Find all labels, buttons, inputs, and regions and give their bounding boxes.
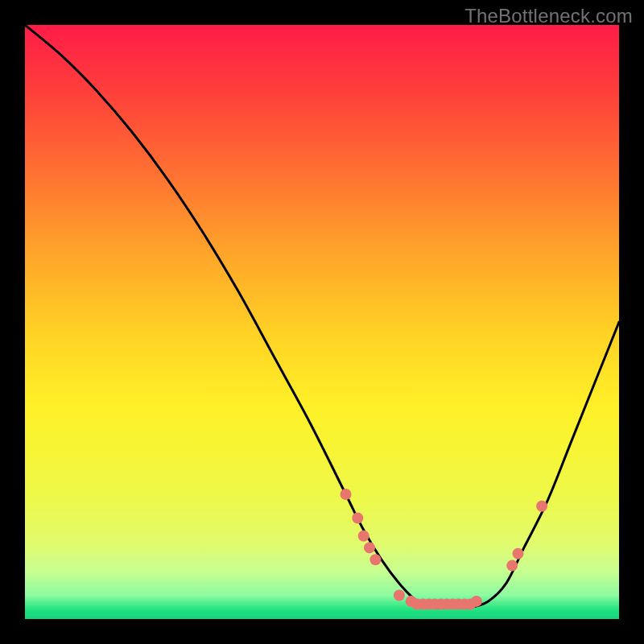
curve-dot bbox=[358, 530, 369, 542]
curve-svg bbox=[25, 25, 619, 619]
curve-dot bbox=[536, 501, 547, 512]
curve-dot bbox=[352, 513, 363, 524]
curve-dot bbox=[471, 596, 482, 607]
plot-area bbox=[25, 25, 619, 619]
curve-dot bbox=[394, 590, 405, 601]
curve-marker-dots bbox=[341, 489, 548, 610]
app-frame: TheBottleneck.com bbox=[0, 0, 644, 644]
curve-dot bbox=[506, 560, 518, 572]
curve-dot bbox=[341, 489, 352, 500]
curve-dot bbox=[369, 554, 381, 565]
bottleneck-curve bbox=[25, 25, 619, 608]
watermark-text: TheBottleneck.com bbox=[464, 5, 633, 27]
curve-dot bbox=[364, 542, 375, 553]
curve-dot bbox=[513, 548, 524, 559]
